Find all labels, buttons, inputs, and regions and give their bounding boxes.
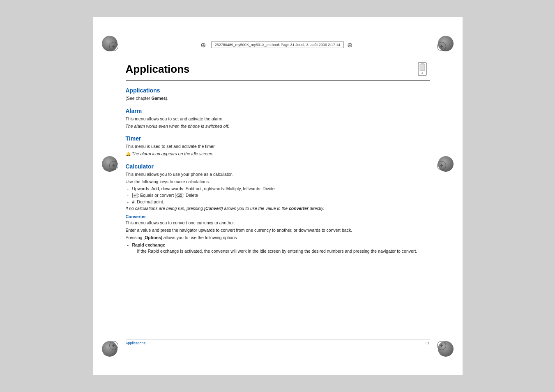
delete-key: ⌫	[175, 193, 183, 198]
reg-mark-mid-left	[109, 161, 118, 170]
section-heading-applications: Applications	[126, 87, 430, 94]
reg-mark-bot-right	[437, 341, 446, 350]
svg-rect-1	[420, 64, 425, 71]
page: 252780489_my500X_my501X_en.book Page 31 …	[93, 17, 463, 375]
calculator-body2: Use the following keys to make calculati…	[126, 179, 430, 185]
calc-bullet-2: ↵: Equals or convert ⌫: Delete	[126, 192, 430, 199]
calc-bullet-3: #: Decimal point.	[126, 199, 430, 205]
page-title-section: Applications	[126, 62, 430, 81]
reg-mark-top-left	[109, 42, 118, 51]
alarm-body2: The alarm works even when the phone is s…	[126, 123, 430, 130]
file-info: 252780489_my500X_my501X_en.book Page 31 …	[211, 42, 344, 48]
section-heading-timer: Timer	[126, 135, 430, 142]
top-reg-bar: 252780489_my500X_my501X_en.book Page 31 …	[200, 41, 355, 48]
rapid-exchange-bullet: Rapid exchange	[126, 242, 430, 249]
timer-body1: This menu is used to set and activate th…	[126, 143, 430, 150]
equals-key: ↵	[132, 193, 138, 198]
rapid-exchange-body: If the Rapid exchange is activated, the …	[126, 248, 430, 255]
alarm-body1: This menu allows you to set and activate…	[126, 116, 430, 122]
reg-mark-bot-left	[109, 341, 118, 350]
reg-mark-top-right	[437, 42, 446, 51]
footer-left: Applications	[126, 341, 146, 345]
applications-body: (See chapter Games).	[126, 95, 430, 102]
converter-body1: This menu allows you to convert one curr…	[126, 220, 430, 226]
section-heading-calculator: Calculator	[126, 163, 430, 170]
crosshair-right	[347, 41, 355, 48]
footer-right: 31	[425, 341, 429, 345]
section-alarm: Alarm This menu allows you to set and ac…	[126, 108, 430, 130]
section-applications: Applications (See chapter Games).	[126, 87, 430, 102]
calculator-body1: This menu allows you to use your phone a…	[126, 171, 430, 178]
reg-mark-mid-right	[437, 161, 446, 170]
page-title: Applications	[126, 63, 190, 76]
crosshair-left	[200, 41, 208, 48]
converter-heading: Converter	[126, 214, 430, 219]
phone-icon	[415, 62, 430, 76]
footer: Applications 31	[126, 339, 430, 345]
section-heading-alarm: Alarm	[126, 108, 430, 114]
calc-italic: If no calculations are being run, pressi…	[126, 205, 430, 212]
section-calculator: Calculator This menu allows you to use y…	[126, 163, 430, 255]
svg-point-2	[421, 72, 423, 74]
alarm-icon: 🔔	[126, 151, 131, 157]
content-area: Applications Applications (See chapter G…	[126, 62, 430, 334]
converter-body2: Enter a value and press the navigator up…	[126, 227, 430, 234]
converter-body3: Pressing [Options] allows you to use the…	[126, 235, 430, 241]
timer-body2: 🔔The alarm icon appears on the idle scre…	[126, 151, 430, 157]
calc-bullet-1: Upwards: Add, downwards: Subtract, right…	[126, 186, 430, 192]
section-timer: Timer This menu is used to set and activ…	[126, 135, 430, 157]
